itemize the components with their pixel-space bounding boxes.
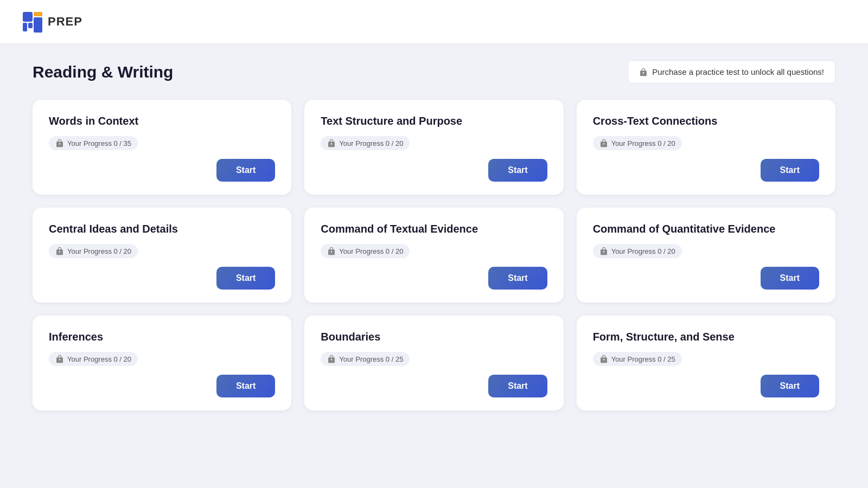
progress-text-form-structure-sense: Your Progress 0 / 25 xyxy=(611,355,675,363)
card-command-textual-evidence: Command of Textual Evidence Your Progres… xyxy=(304,208,563,303)
card-title-cross-text-connections: Cross-Text Connections xyxy=(593,115,819,127)
page-title-row: Reading & Writing Purchase a practice te… xyxy=(33,60,835,84)
card-boundaries: Boundaries Your Progress 0 / 25 Start xyxy=(304,316,563,410)
progress-badge-text-structure-purpose: Your Progress 0 / 20 xyxy=(321,136,410,150)
start-button-words-in-context[interactable]: Start xyxy=(216,159,275,182)
card-form-structure-sense: Form, Structure, and Sense Your Progress… xyxy=(577,316,835,410)
start-button-boundaries[interactable]: Start xyxy=(488,375,547,397)
purchase-banner: Purchase a practice test to unlock all q… xyxy=(628,60,835,84)
card-title-inferences: Inferences xyxy=(49,331,275,343)
progress-badge-boundaries: Your Progress 0 / 25 xyxy=(321,352,410,366)
svg-rect-3 xyxy=(34,12,42,16)
lock-icon-words-in-context xyxy=(55,139,64,147)
card-inferences: Inferences Your Progress 0 / 20 Start xyxy=(33,316,291,410)
logo-icon xyxy=(22,11,43,33)
card-title-command-textual-evidence: Command of Textual Evidence xyxy=(321,223,547,235)
lock-icon-boundaries xyxy=(327,355,336,363)
start-button-central-ideas-details[interactable]: Start xyxy=(216,267,275,290)
progress-badge-command-quantitative-evidence: Your Progress 0 / 20 xyxy=(593,244,682,258)
card-footer-inferences: Start xyxy=(49,375,275,397)
progress-text-inferences: Your Progress 0 / 20 xyxy=(67,355,131,363)
card-footer-command-quantitative-evidence: Start xyxy=(593,267,819,290)
start-button-inferences[interactable]: Start xyxy=(216,375,275,397)
card-title-command-quantitative-evidence: Command of Quantitative Evidence xyxy=(593,223,819,235)
progress-badge-words-in-context: Your Progress 0 / 35 xyxy=(49,136,138,150)
card-cross-text-connections: Cross-Text Connections Your Progress 0 /… xyxy=(577,100,835,195)
progress-text-boundaries: Your Progress 0 / 25 xyxy=(339,355,403,363)
card-footer-form-structure-sense: Start xyxy=(593,375,819,397)
cards-grid: Words in Context Your Progress 0 / 35 St… xyxy=(33,100,835,410)
start-button-command-textual-evidence[interactable]: Start xyxy=(488,267,547,290)
progress-text-command-textual-evidence: Your Progress 0 / 20 xyxy=(339,247,403,255)
lock-icon-command-quantitative-evidence xyxy=(599,247,608,255)
card-title-central-ideas-details: Central Ideas and Details xyxy=(49,223,275,235)
svg-rect-2 xyxy=(28,23,33,28)
progress-text-words-in-context: Your Progress 0 / 35 xyxy=(67,139,131,147)
main-content: PREP Reading & Writing Purchase a practi… xyxy=(0,44,868,427)
progress-text-command-quantitative-evidence: Your Progress 0 / 20 xyxy=(611,247,675,255)
card-footer-command-textual-evidence: Start xyxy=(321,267,547,290)
card-footer-central-ideas-details: Start xyxy=(49,267,275,290)
card-footer-cross-text-connections: Start xyxy=(593,159,819,182)
lock-icon-cross-text-connections xyxy=(599,139,608,147)
start-button-cross-text-connections[interactable]: Start xyxy=(761,159,819,182)
progress-text-cross-text-connections: Your Progress 0 / 20 xyxy=(611,139,675,147)
start-button-command-quantitative-evidence[interactable]: Start xyxy=(761,267,819,290)
svg-rect-0 xyxy=(23,12,33,22)
lock-icon-central-ideas-details xyxy=(55,247,64,255)
progress-badge-central-ideas-details: Your Progress 0 / 20 xyxy=(49,244,138,258)
start-button-form-structure-sense[interactable]: Start xyxy=(761,375,819,397)
lock-icon-form-structure-sense xyxy=(599,355,608,363)
card-command-quantitative-evidence: Command of Quantitative Evidence Your Pr… xyxy=(577,208,835,303)
card-central-ideas-details: Central Ideas and Details Your Progress … xyxy=(33,208,291,303)
progress-text-text-structure-purpose: Your Progress 0 / 20 xyxy=(339,139,403,147)
card-footer-text-structure-purpose: Start xyxy=(321,159,547,182)
card-text-structure-purpose: Text Structure and Purpose Your Progress… xyxy=(304,100,563,195)
logo-text: PREP xyxy=(48,15,82,29)
header: PREP xyxy=(0,0,868,44)
progress-badge-form-structure-sense: Your Progress 0 / 25 xyxy=(593,352,682,366)
progress-badge-cross-text-connections: Your Progress 0 / 20 xyxy=(593,136,682,150)
progress-badge-inferences: Your Progress 0 / 20 xyxy=(49,352,138,366)
card-title-words-in-context: Words in Context xyxy=(49,115,275,127)
progress-text-central-ideas-details: Your Progress 0 / 20 xyxy=(67,247,131,255)
lock-icon-text-structure-purpose xyxy=(327,139,336,147)
card-footer-boundaries: Start xyxy=(321,375,547,397)
logo: PREP xyxy=(22,11,82,33)
card-title-form-structure-sense: Form, Structure, and Sense xyxy=(593,331,819,343)
progress-badge-command-textual-evidence: Your Progress 0 / 20 xyxy=(321,244,410,258)
page-title: Reading & Writing xyxy=(33,63,173,81)
lock-icon-inferences xyxy=(55,355,64,363)
start-button-text-structure-purpose[interactable]: Start xyxy=(488,159,547,182)
svg-rect-4 xyxy=(34,17,42,33)
card-title-text-structure-purpose: Text Structure and Purpose xyxy=(321,115,547,127)
card-words-in-context: Words in Context Your Progress 0 / 35 St… xyxy=(33,100,291,195)
svg-rect-1 xyxy=(23,23,27,31)
lock-icon-command-textual-evidence xyxy=(327,247,336,255)
purchase-text: Purchase a practice test to unlock all q… xyxy=(652,67,824,76)
lock-banner-icon xyxy=(639,68,648,76)
card-title-boundaries: Boundaries xyxy=(321,331,547,343)
card-footer-words-in-context: Start xyxy=(49,159,275,182)
